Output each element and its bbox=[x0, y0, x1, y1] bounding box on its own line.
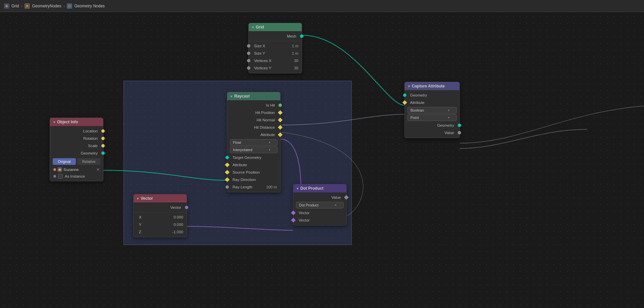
raycast-ishit-socket[interactable] bbox=[279, 104, 282, 107]
raycast-interpolated-arrow: ▾ bbox=[269, 148, 270, 151]
node-capture-collapse[interactable]: ▾ bbox=[408, 84, 410, 88]
node-capture-attribute: ▾ Capture Attribute Geometry Attribute B… bbox=[404, 82, 460, 138]
node-vector-header[interactable]: ▾ Vector bbox=[134, 194, 187, 202]
grid-verty-socket[interactable] bbox=[247, 66, 250, 70]
node-canvas[interactable]: ▾ Grid Mesh Size X 1 m bbox=[0, 12, 644, 308]
grid-sizey-value[interactable]: 1 m bbox=[292, 51, 298, 55]
raycast-attrin-socket[interactable] bbox=[226, 163, 229, 167]
node-capture-header[interactable]: ▾ Capture Attribute bbox=[405, 82, 459, 90]
node-vector-x: X 0.000 bbox=[134, 213, 187, 221]
node-objinfo-output-scale: Scale bbox=[50, 142, 103, 149]
node-grid-input-verty: Vertices Y 30 bbox=[249, 64, 302, 72]
capture-datatype-value: Boolean bbox=[410, 108, 424, 112]
instance-socket[interactable] bbox=[53, 175, 56, 178]
grid-vertx-socket[interactable] bbox=[247, 59, 250, 62]
node-dotprod-header[interactable]: ▾ Dot Product bbox=[293, 184, 346, 192]
dotprod-vec1-socket[interactable] bbox=[292, 211, 295, 214]
vector-output-socket[interactable] bbox=[185, 206, 188, 209]
node-grid-output-mesh: Mesh bbox=[249, 33, 302, 40]
node-capture-output-geo: Geometry bbox=[405, 122, 459, 129]
node-dotprod-title: Dot Product bbox=[300, 186, 324, 191]
node-dot-product: ▾ Dot Product Value Dot Product ▾ Vect bbox=[293, 184, 347, 226]
grid-verty-value[interactable]: 30 bbox=[294, 66, 298, 70]
dotprod-value-socket[interactable] bbox=[345, 196, 348, 199]
capture-domain-dropdown[interactable]: Point ▾ bbox=[407, 114, 457, 121]
object-color-dot bbox=[53, 168, 56, 171]
raycast-interpolated-dropdown[interactable]: Interpolated ▾ bbox=[230, 146, 278, 153]
node-objinfo-header[interactable]: ▾ Object Info bbox=[50, 118, 103, 126]
capture-geo-out-socket[interactable] bbox=[458, 124, 461, 127]
capture-value-out-socket[interactable] bbox=[458, 131, 461, 134]
raycast-targetgeo-socket[interactable] bbox=[226, 156, 229, 159]
raycast-raylen-value[interactable]: 100 m bbox=[266, 185, 277, 189]
capture-geo-in-socket[interactable] bbox=[403, 94, 406, 97]
node-capture-input-geo: Geometry bbox=[405, 91, 459, 99]
grid-sizey-label: Size Y bbox=[254, 51, 265, 55]
dotprod-type-value: Dot Product bbox=[299, 203, 318, 207]
capture-datatype-dropdown[interactable]: Boolean ▾ bbox=[407, 107, 457, 114]
breadcrumb-sep-1: › bbox=[21, 3, 23, 9]
breadcrumb-geometry-nodes-label: Geometry Nodes bbox=[74, 4, 105, 8]
objinfo-rotation-socket[interactable] bbox=[101, 137, 105, 140]
node-raycast-body: Is Hit Hit Position Hit Normal bbox=[227, 100, 280, 192]
node-grid: ▾ Grid Mesh Size X 1 m bbox=[248, 23, 302, 73]
objinfo-location-socket[interactable] bbox=[101, 129, 105, 133]
node-raycast-input-attr: Attribute bbox=[227, 161, 280, 169]
raycast-float-arrow: ▾ bbox=[269, 141, 270, 144]
node-grid-collapse[interactable]: ▾ bbox=[252, 25, 254, 29]
vector-z-value[interactable]: -1.000 bbox=[172, 230, 183, 234]
raycast-raylen-socket[interactable] bbox=[226, 185, 229, 189]
dotprod-type-arrow: ▾ bbox=[335, 203, 337, 207]
grid-sizex-socket[interactable] bbox=[247, 44, 250, 48]
raycast-hitpos-socket[interactable] bbox=[279, 111, 282, 114]
dotprod-type-dropdown[interactable]: Dot Product ▾ bbox=[296, 202, 344, 208]
breadcrumb-geonodes[interactable]: ✦ GeometryNodes bbox=[24, 3, 61, 9]
objinfo-geometry-socket[interactable] bbox=[101, 151, 105, 155]
capture-attr-in-socket[interactable] bbox=[403, 101, 406, 104]
breadcrumb-grid[interactable]: ⊞ Grid bbox=[4, 3, 19, 9]
node-vector-collapse[interactable]: ▾ bbox=[137, 197, 139, 200]
objinfo-relative-btn[interactable]: Relative bbox=[77, 158, 100, 165]
objinfo-rotation-label: Rotation bbox=[83, 136, 98, 140]
grid-sizey-socket[interactable] bbox=[247, 52, 250, 55]
raycast-srcpos-socket[interactable] bbox=[226, 171, 229, 174]
breadcrumb-sep-2: › bbox=[63, 3, 65, 9]
node-objinfo-output-location: Location bbox=[50, 127, 103, 135]
node-raycast-output-attr: Attribute bbox=[227, 131, 280, 138]
breadcrumb-grid-label: Grid bbox=[11, 4, 19, 8]
objinfo-original-btn[interactable]: Original bbox=[53, 158, 76, 165]
grid-sizex-value[interactable]: 1 m bbox=[292, 44, 298, 48]
node-raycast-output-hitnorm: Hit Normal bbox=[227, 116, 280, 124]
node-raycast-header[interactable]: ▾ Raycast bbox=[227, 92, 280, 100]
node-object-info: ▾ Object Info Location Rotation Scale bbox=[50, 118, 103, 181]
object-remove-btn[interactable]: ✕ bbox=[96, 167, 100, 172]
grid-mesh-label: Mesh bbox=[287, 34, 296, 38]
node-capture-title: Capture Attribute bbox=[412, 84, 445, 88]
node-vector-output: Vector bbox=[134, 204, 187, 211]
breadcrumb-geometry-nodes[interactable]: ⬡ Geometry Nodes bbox=[67, 3, 105, 9]
vector-z-label: Z bbox=[139, 230, 144, 234]
raycast-raydir-label: Ray Direction bbox=[233, 178, 256, 182]
node-raycast: ▾ Raycast Is Hit Hit Position Hit Normal bbox=[227, 92, 281, 192]
objinfo-scale-socket[interactable] bbox=[101, 144, 105, 147]
grid-mesh-socket[interactable] bbox=[300, 35, 303, 38]
raycast-hitnorm-socket[interactable] bbox=[279, 118, 282, 122]
capture-geo-in-label: Geometry bbox=[410, 93, 427, 97]
node-grid-header[interactable]: ▾ Grid bbox=[249, 23, 302, 31]
node-raycast-collapse[interactable]: ▾ bbox=[231, 95, 232, 98]
raycast-raydir-socket[interactable] bbox=[226, 178, 229, 181]
raycast-hitdist-socket[interactable] bbox=[279, 126, 282, 129]
object-name[interactable]: Suzanne bbox=[63, 168, 95, 172]
vector-x-value[interactable]: 0.000 bbox=[174, 215, 183, 219]
node-raycast-input-raydir: Ray Direction bbox=[227, 176, 280, 183]
node-grid-input-sizey: Size Y 1 m bbox=[249, 50, 302, 57]
node-dotprod-collapse[interactable]: ▾ bbox=[297, 187, 298, 190]
dotprod-vec2-socket[interactable] bbox=[292, 219, 295, 222]
instance-checkbox[interactable] bbox=[58, 174, 63, 179]
vector-y-value[interactable]: 0.000 bbox=[174, 223, 183, 227]
raycast-float-dropdown[interactable]: Float ▾ bbox=[230, 139, 278, 146]
node-vector-body: Vector X 0.000 Y 0.000 Z -1.000 bbox=[134, 202, 187, 237]
node-objinfo-collapse[interactable]: ▾ bbox=[53, 120, 55, 124]
raycast-attr-socket[interactable] bbox=[279, 133, 282, 136]
grid-vertx-value[interactable]: 30 bbox=[294, 59, 298, 63]
